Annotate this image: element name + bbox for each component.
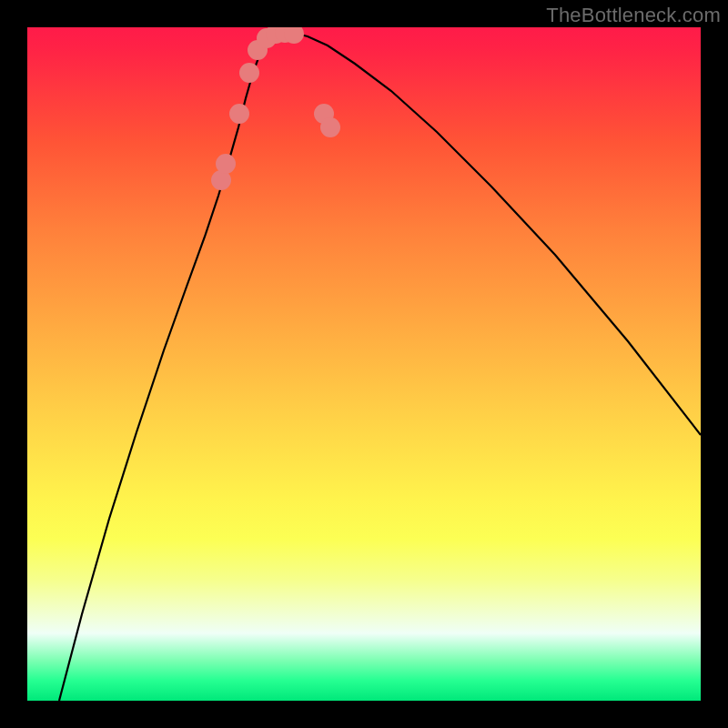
curve-marker [229,104,249,124]
plot-area [27,27,701,701]
chart-container: TheBottleneck.com [0,0,728,728]
watermark-text: TheBottleneck.com [546,4,721,27]
curve-marker [320,117,340,137]
curve-marker [216,154,236,174]
curve-layer [27,27,701,701]
bottleneck-curve [59,33,701,701]
curve-markers [211,27,340,190]
curve-marker [239,63,259,83]
